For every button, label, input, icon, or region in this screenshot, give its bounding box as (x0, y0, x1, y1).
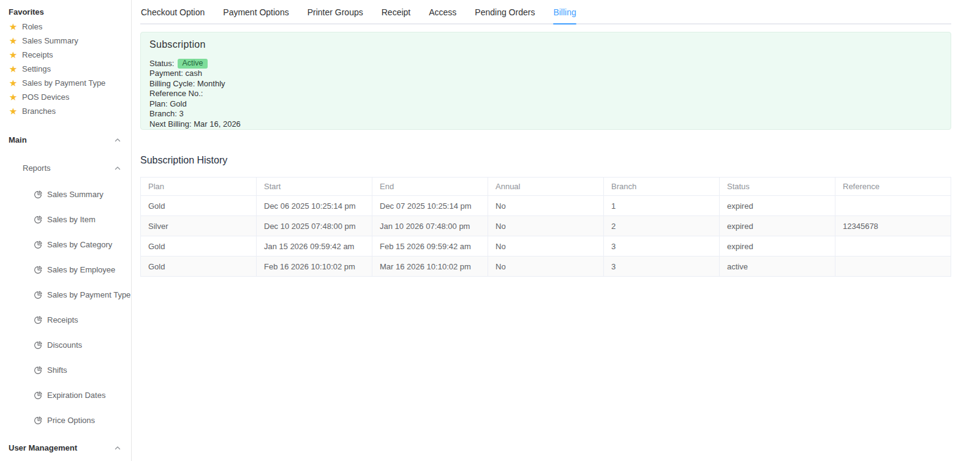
sidebar-item-label: Sales Summary (22, 36, 78, 45)
sidebar-item-branches[interactable]: Branches (9, 104, 131, 118)
pie-chart-icon (34, 366, 42, 375)
subscription-billing-cycle-line: Billing Cycle: Monthly (149, 79, 942, 89)
pie-chart-icon (34, 291, 42, 299)
sidebar-item-pos-devices[interactable]: POS Devices (9, 90, 131, 104)
sidebar-item-label: Sales by Item (47, 215, 96, 224)
cell-reference: 12345678 (835, 216, 951, 236)
subscription-payment-line: Payment: cash (149, 69, 942, 79)
pie-chart-icon (34, 216, 42, 224)
sidebar-item-report-sales-by-category[interactable]: Sales by Category (9, 232, 131, 257)
user-management-section-label: User Management (9, 443, 77, 453)
sidebar-section-reports[interactable]: Reports (9, 163, 131, 173)
table-body: Gold Dec 06 2025 10:25:14 pm Dec 07 2025… (141, 196, 951, 277)
cell-status: expired (720, 196, 835, 216)
pie-chart-icon (34, 241, 42, 249)
sidebar-item-label: Shifts (47, 365, 67, 375)
cell-plan: Gold (141, 236, 257, 257)
tab-printer-groups[interactable]: Printer Groups (298, 0, 372, 24)
main-content: Checkout Option Payment Options Printer … (132, 0, 980, 461)
sidebar-item-label: Sales Summary (47, 190, 104, 199)
sidebar-item-report-price-options[interactable]: Price Options (9, 408, 131, 433)
subscription-status-line: Status: Active (149, 58, 942, 69)
tab-checkout-option[interactable]: Checkout Option (140, 0, 214, 24)
cell-end: Mar 16 2026 10:10:02 pm (372, 257, 488, 277)
table-row: Gold Feb 16 2026 10:10:02 pm Mar 16 2026… (141, 257, 951, 277)
pie-chart-icon (34, 316, 42, 324)
cell-start: Jan 15 2026 09:59:42 am (257, 236, 372, 257)
sidebar-item-report-sales-by-payment-type[interactable]: Sales by Payment Type (9, 282, 131, 307)
cell-plan: Gold (141, 196, 257, 216)
subscription-plan-line: Plan: Gold (149, 99, 942, 110)
sidebar-section-user-management[interactable]: User Management (9, 443, 131, 453)
cell-annual: No (488, 236, 604, 257)
subscription-history-heading: Subscription History (140, 154, 951, 167)
table-row: Silver Dec 10 2025 07:48:00 pm Jan 10 20… (141, 216, 951, 236)
cell-start: Dec 06 2025 10:25:14 pm (257, 196, 372, 216)
sidebar-item-label: Settings (22, 64, 51, 73)
sidebar-item-settings[interactable]: Settings (9, 62, 131, 76)
favorites-title-label: Favorites (9, 7, 44, 17)
sidebar-item-receipts[interactable]: Receipts (9, 48, 131, 62)
chevron-up-icon[interactable] (114, 165, 121, 172)
table-row: Gold Jan 15 2026 09:59:42 am Feb 15 2026… (141, 236, 951, 257)
status-label: Status: (149, 59, 174, 68)
reports-list: Sales Summary Sales by Item Sales by Cat… (9, 182, 131, 433)
cell-annual: No (488, 216, 604, 236)
cell-end: Dec 07 2025 10:25:14 pm (372, 196, 488, 216)
tab-receipt[interactable]: Receipt (372, 0, 420, 24)
status-badge: Active (178, 59, 207, 69)
sidebar-item-label: Sales by Employee (47, 265, 115, 274)
cell-annual: No (488, 196, 604, 216)
main-section-label: Main (9, 135, 27, 145)
sidebar-item-report-expiration-dates[interactable]: Expiration Dates (9, 383, 131, 408)
sidebar-item-report-sales-by-employee[interactable]: Sales by Employee (9, 257, 131, 282)
column-header-status: Status (720, 178, 835, 196)
cell-status: active (720, 257, 835, 277)
subscription-panel: Subscription Status: Active Payment: cas… (140, 32, 951, 130)
star-icon (9, 92, 18, 102)
cell-plan: Silver (141, 216, 257, 236)
column-header-end: End (372, 178, 488, 196)
cell-status: expired (720, 236, 835, 257)
pie-chart-icon (34, 190, 42, 199)
star-icon (9, 78, 18, 88)
sidebar-item-label: Branches (22, 107, 56, 116)
sidebar-item-report-shifts[interactable]: Shifts (9, 358, 131, 383)
sidebar-item-report-sales-summary[interactable]: Sales Summary (9, 182, 131, 207)
star-icon (9, 36, 18, 45)
tab-pending-orders[interactable]: Pending Orders (466, 0, 544, 24)
sidebar-item-label: Sales by Payment Type (47, 290, 130, 299)
column-header-annual: Annual (488, 178, 604, 196)
sidebar-item-roles[interactable]: Roles (9, 20, 131, 34)
subscription-panel-title: Subscription (149, 39, 942, 50)
sidebar-item-sales-by-payment-type[interactable]: Sales by Payment Type (9, 76, 131, 90)
reports-section-label: Reports (23, 163, 51, 173)
cell-reference (835, 236, 951, 257)
sidebar-item-label: Receipts (47, 315, 78, 324)
table-header-row: Plan Start End Annual Branch Status Refe… (141, 178, 951, 196)
cell-reference (835, 257, 951, 277)
cell-branch: 1 (604, 196, 720, 216)
cell-branch: 3 (604, 236, 720, 257)
sidebar-item-label: Discounts (47, 340, 82, 350)
tab-access[interactable]: Access (420, 0, 466, 24)
sidebar-item-report-discounts[interactable]: Discounts (9, 332, 131, 358)
subscription-next-billing-line: Next Billing: Mar 16, 2026 (149, 119, 942, 130)
tab-payment-options[interactable]: Payment Options (214, 0, 298, 24)
tab-billing[interactable]: Billing (544, 0, 585, 24)
cell-branch: 3 (604, 257, 720, 277)
chevron-up-icon[interactable] (114, 137, 121, 144)
cell-end: Feb 15 2026 09:59:42 am (372, 236, 488, 257)
sidebar-item-report-receipts[interactable]: Receipts (9, 307, 131, 332)
pie-chart-icon (34, 391, 42, 400)
sidebar-section-main[interactable]: Main (9, 135, 131, 145)
sidebar-item-label: POS Devices (22, 92, 69, 102)
sidebar-item-label: Price Options (47, 416, 95, 425)
pie-chart-icon (34, 266, 42, 274)
cell-annual: No (488, 257, 604, 277)
sidebar-item-sales-summary[interactable]: Sales Summary (9, 34, 131, 48)
star-icon (9, 107, 18, 116)
subscription-details: Status: Active Payment: cash Billing Cyc… (149, 58, 942, 129)
sidebar-item-report-sales-by-item[interactable]: Sales by Item (9, 207, 131, 232)
chevron-up-icon[interactable] (114, 444, 121, 452)
